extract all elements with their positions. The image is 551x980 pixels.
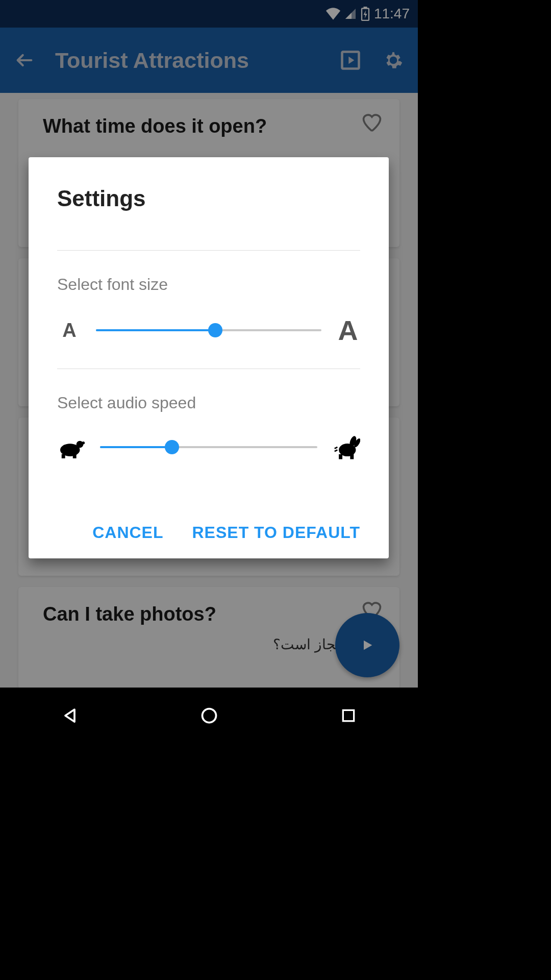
small-a-icon: A — [57, 320, 82, 341]
svg-point-7 — [82, 442, 85, 445]
svg-rect-12 — [350, 454, 354, 459]
cancel-button[interactable]: CANCEL — [92, 523, 163, 542]
svg-rect-6 — [73, 454, 77, 458]
font-size-label: Select font size — [57, 275, 360, 294]
turtle-icon — [57, 433, 86, 461]
navigation-bar — [0, 688, 418, 743]
nav-recent-button[interactable] — [318, 700, 379, 731]
audio-speed-label: Select audio speed — [57, 394, 360, 412]
nav-back-button[interactable] — [39, 700, 101, 731]
dialog-actions: CANCEL RESET TO DEFAULT — [57, 499, 360, 542]
font-size-slider[interactable] — [96, 324, 321, 336]
divider — [57, 369, 360, 369]
dialog-title: Settings — [57, 186, 360, 211]
big-a-icon: A — [336, 314, 360, 346]
svg-rect-14 — [343, 710, 354, 721]
svg-rect-11 — [339, 454, 342, 459]
divider — [57, 250, 360, 251]
svg-point-13 — [202, 708, 216, 722]
audio-speed-slider[interactable] — [100, 441, 317, 453]
audio-speed-row — [57, 433, 360, 461]
settings-dialog: Settings Select font size A A Select aud… — [29, 157, 389, 558]
rabbit-icon — [332, 433, 360, 461]
nav-home-button[interactable] — [179, 700, 240, 731]
reset-button[interactable]: RESET TO DEFAULT — [192, 523, 361, 542]
svg-point-4 — [77, 441, 84, 448]
font-size-row: A A — [57, 314, 360, 346]
svg-rect-5 — [62, 454, 65, 458]
